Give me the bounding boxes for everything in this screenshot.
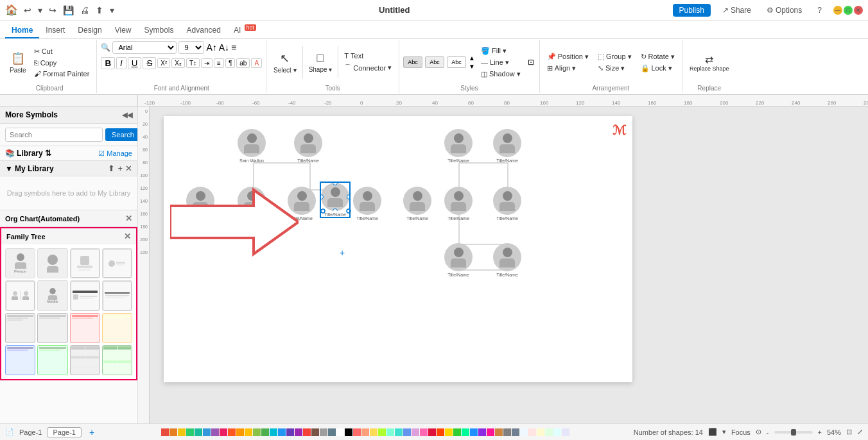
redo-button[interactable]: ↪ [47,4,58,17]
paragraph-button[interactable]: ¶ [225,58,235,68]
color-swatch[interactable] [195,428,202,436]
italic-button[interactable]: I [116,57,126,69]
color-swatch[interactable] [228,428,236,436]
tab-advanced[interactable]: Advanced [180,23,227,38]
color-swatch[interactable] [437,428,444,436]
fill-button[interactable]: 🪣 Fill ▾ [478,46,524,56]
my-library-export-icon[interactable]: ⬆ [108,164,115,173]
font-color-button[interactable]: A [251,58,262,68]
symbol-yellow-card[interactable] [102,313,132,343]
color-swatch[interactable] [286,428,294,436]
color-swatch[interactable] [320,428,327,436]
style-down[interactable]: ▼ [469,63,475,70]
align-button[interactable]: ≡ [231,42,236,53]
decrease-font-button[interactable]: A↓ [219,42,229,53]
canvas-area[interactable]: 020406080100120140160180200220 ℳ [138,106,868,423]
color-swatch[interactable] [562,428,569,436]
ft-node-n3[interactable]: Title/Name [444,129,473,163]
styles-expand[interactable]: ⊡ [526,58,535,67]
library-expand-icon[interactable]: ⇅ [45,149,51,158]
family-tree-close[interactable]: ✕ [124,232,131,241]
text-button[interactable]: T Text [341,51,395,61]
ft-node-n12[interactable]: Title/Name [493,187,521,221]
options-button[interactable]: ⚙ Options [763,4,806,16]
symbol-green-card[interactable] [37,345,67,375]
color-swatch[interactable] [253,428,261,436]
selection-handle[interactable] [333,208,338,211]
selection-handle[interactable] [321,194,324,199]
minimize-button[interactable]: — [833,6,842,15]
color-swatch[interactable] [462,428,469,436]
rotate-button[interactable]: ↻ Rotate ▾ [638,51,678,62]
sidebar-collapse-button[interactable]: ◀◀ [122,111,132,119]
publish-button[interactable]: Publish [673,4,711,17]
color-swatch[interactable] [495,428,503,436]
align-btn[interactable]: ⊞ Align ▾ [544,63,592,74]
color-swatch[interactable] [295,428,302,436]
color-swatch[interactable] [311,428,319,436]
underline-button[interactable]: U [128,57,142,69]
replace-shape-button[interactable]: ⇄ Replace Shape [686,45,733,80]
color-swatch[interactable] [211,428,219,436]
color-swatch[interactable] [395,428,403,436]
copy-button[interactable]: ⎘ Copy [31,58,93,68]
layers-icon[interactable]: ⬛ [708,428,717,436]
indent-button[interactable]: ⇥ [201,58,213,68]
ft-node-n1[interactable]: Sam Walton [238,129,266,163]
color-swatch[interactable] [420,428,428,436]
my-library-close[interactable]: ✕ [125,164,132,173]
color-swatch[interactable] [487,428,494,436]
style-up[interactable]: ▲ [469,55,475,62]
symbol-id-card[interactable] [70,280,100,310]
export-button[interactable]: ⬆ [94,4,105,17]
zoom-out-button[interactable]: - [767,428,769,436]
line-button[interactable]: — Line ▾ [478,57,524,68]
color-swatch[interactable] [353,428,361,436]
color-swatch[interactable] [428,428,436,436]
position-button[interactable]: 📌 Position ▾ [544,51,592,62]
export-dropdown[interactable]: ▾ [108,4,116,17]
highlight-button[interactable]: ab [236,58,250,68]
color-swatch[interactable] [261,428,269,436]
ft-node-n14[interactable]: Title/Name [493,243,521,277]
connector-button[interactable]: ⌒ Connector ▾ [341,62,395,74]
symbol-person-badge[interactable] [102,248,132,278]
color-swatch[interactable] [378,428,386,436]
subscript-button[interactable]: X₂ [171,58,185,68]
paste-button[interactable]: 📋 Paste [6,43,30,81]
zoom-in-button[interactable]: + [818,428,822,436]
org-chart-close[interactable]: ✕ [125,214,132,223]
ft-node-n4[interactable]: Title/Name [493,129,521,163]
add-page-button[interactable]: + [87,427,97,437]
color-swatch[interactable] [303,428,311,436]
symbol-gray-card[interactable] [5,313,35,343]
symbol-person-circle[interactable] [37,248,67,278]
fit-button[interactable]: ⊡ [846,428,852,436]
color-swatch[interactable] [178,428,186,436]
color-swatch[interactable] [453,428,461,436]
color-swatch[interactable] [169,428,177,436]
superscript-button[interactable]: X² [157,58,170,68]
ft-node-n9[interactable]: Title/Name [353,187,381,221]
undo-button[interactable]: ↩ [22,4,33,17]
color-swatch[interactable] [445,428,453,436]
increase-font-button[interactable]: A↑ [206,42,216,53]
color-swatch[interactable] [470,428,478,436]
tab-symbols[interactable]: Symbols [138,23,180,38]
my-library-arrow[interactable]: ▼ [5,164,13,173]
text-size-button[interactable]: T↕ [186,58,200,68]
ft-node-n10[interactable]: Title/Name [403,187,431,221]
selection-handle[interactable] [333,183,338,185]
undo-dropdown[interactable]: ▾ [36,4,44,17]
color-swatch[interactable] [545,428,553,436]
family-tree-header[interactable]: Family Tree ✕ [1,228,136,244]
symbol-couple[interactable] [5,280,35,310]
color-swatch[interactable] [328,428,336,436]
strikethrough-button[interactable]: S [143,57,156,69]
color-swatch[interactable] [345,428,352,436]
page-tab[interactable]: Page-1 [47,427,81,437]
font-size-select[interactable]: 9 [178,41,204,54]
close-button[interactable]: ✕ [854,6,863,15]
share-button[interactable]: ↗ Share [718,4,755,16]
manage-button[interactable]: ☑ Manage [98,149,132,158]
